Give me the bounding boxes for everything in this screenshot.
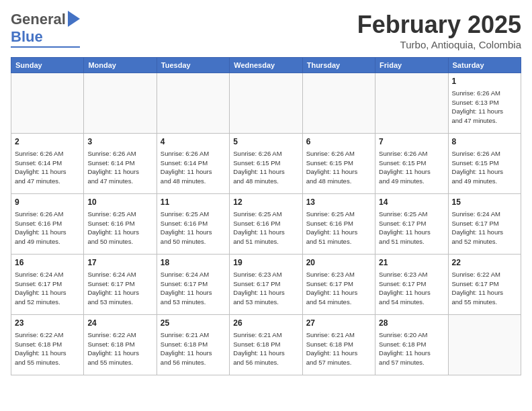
day-info: Sunrise: 6:21 AM Sunset: 6:18 PM Dayligh… [161, 330, 226, 367]
calendar-cell: 20Sunrise: 6:23 AM Sunset: 6:17 PM Dayli… [302, 255, 375, 315]
day-number: 11 [161, 197, 226, 208]
day-number: 6 [306, 136, 371, 148]
day-number: 5 [233, 136, 298, 148]
day-info: Sunrise: 6:26 AM Sunset: 6:13 PM Dayligh… [452, 89, 517, 126]
day-number: 8 [452, 136, 517, 148]
calendar-cell: 11Sunrise: 6:25 AM Sunset: 6:16 PM Dayli… [157, 194, 229, 255]
title-block: February 2025 Turbo, Antioquia, Colombia [357, 11, 521, 50]
calendar-cell [230, 73, 302, 134]
day-info: Sunrise: 6:24 AM Sunset: 6:17 PM Dayligh… [15, 270, 80, 307]
calendar-cell: 21Sunrise: 6:23 AM Sunset: 6:17 PM Dayli… [375, 255, 448, 315]
calendar-cell [375, 73, 448, 134]
weekday-header-tuesday: Tuesday [157, 58, 229, 73]
week-row-2: 2Sunrise: 6:26 AM Sunset: 6:14 PM Daylig… [11, 134, 521, 194]
calendar-cell: 5Sunrise: 6:26 AM Sunset: 6:15 PM Daylig… [230, 134, 302, 194]
calendar-cell: 23Sunrise: 6:22 AM Sunset: 6:18 PM Dayli… [11, 315, 84, 375]
day-number: 14 [379, 197, 444, 208]
calendar-cell: 15Sunrise: 6:24 AM Sunset: 6:17 PM Dayli… [448, 194, 521, 255]
week-row-4: 16Sunrise: 6:24 AM Sunset: 6:17 PM Dayli… [11, 255, 521, 315]
calendar-cell: 3Sunrise: 6:26 AM Sunset: 6:14 PM Daylig… [84, 134, 157, 194]
calendar-cell: 19Sunrise: 6:23 AM Sunset: 6:17 PM Dayli… [230, 255, 302, 315]
day-number: 13 [306, 197, 371, 208]
weekday-header-thursday: Thursday [302, 58, 375, 73]
calendar-cell [302, 73, 375, 134]
day-info: Sunrise: 6:25 AM Sunset: 6:16 PM Dayligh… [87, 210, 152, 246]
calendar-cell: 16Sunrise: 6:24 AM Sunset: 6:17 PM Dayli… [11, 255, 84, 315]
day-number: 12 [233, 197, 298, 208]
calendar-cell: 18Sunrise: 6:24 AM Sunset: 6:17 PM Dayli… [157, 255, 229, 315]
day-info: Sunrise: 6:22 AM Sunset: 6:18 PM Dayligh… [15, 330, 80, 367]
calendar-cell: 22Sunrise: 6:22 AM Sunset: 6:17 PM Dayli… [448, 255, 521, 315]
calendar-cell: 25Sunrise: 6:21 AM Sunset: 6:18 PM Dayli… [157, 315, 229, 375]
logo-general: General [11, 11, 66, 28]
day-number: 4 [161, 136, 226, 148]
day-info: Sunrise: 6:26 AM Sunset: 6:15 PM Dayligh… [233, 149, 298, 186]
day-info: Sunrise: 6:26 AM Sunset: 6:15 PM Dayligh… [379, 149, 444, 186]
page-header: General Blue February 2025 Turbo, Antioq… [11, 11, 521, 50]
calendar-cell: 13Sunrise: 6:25 AM Sunset: 6:16 PM Dayli… [302, 194, 375, 255]
calendar-cell: 9Sunrise: 6:26 AM Sunset: 6:16 PM Daylig… [11, 194, 84, 255]
logo: General Blue [11, 11, 80, 48]
calendar-table: SundayMondayTuesdayWednesdayThursdayFrid… [11, 57, 521, 375]
day-number: 3 [87, 136, 152, 148]
day-number: 24 [87, 318, 152, 329]
day-info: Sunrise: 6:26 AM Sunset: 6:14 PM Dayligh… [87, 149, 152, 186]
calendar-cell: 6Sunrise: 6:26 AM Sunset: 6:15 PM Daylig… [302, 134, 375, 194]
weekday-header-row: SundayMondayTuesdayWednesdayThursdayFrid… [11, 58, 521, 73]
calendar-cell [84, 73, 157, 134]
weekday-header-saturday: Saturday [448, 58, 521, 73]
day-number: 17 [87, 257, 152, 269]
day-number: 9 [15, 197, 80, 208]
day-number: 10 [87, 197, 152, 208]
day-number: 26 [233, 318, 298, 329]
week-row-3: 9Sunrise: 6:26 AM Sunset: 6:16 PM Daylig… [11, 194, 521, 255]
day-info: Sunrise: 6:26 AM Sunset: 6:14 PM Dayligh… [15, 149, 80, 186]
calendar-cell: 7Sunrise: 6:26 AM Sunset: 6:15 PM Daylig… [375, 134, 448, 194]
calendar-cell: 8Sunrise: 6:26 AM Sunset: 6:15 PM Daylig… [448, 134, 521, 194]
logo-triangle-icon [68, 11, 80, 27]
day-number: 27 [306, 318, 371, 329]
week-row-1: 1Sunrise: 6:26 AM Sunset: 6:13 PM Daylig… [11, 73, 521, 134]
day-info: Sunrise: 6:25 AM Sunset: 6:17 PM Dayligh… [379, 210, 444, 246]
day-number: 1 [452, 76, 517, 87]
logo-underline [11, 46, 80, 48]
calendar-cell [157, 73, 229, 134]
month-title: February 2025 [357, 11, 521, 39]
day-info: Sunrise: 6:24 AM Sunset: 6:17 PM Dayligh… [452, 210, 517, 246]
day-info: Sunrise: 6:22 AM Sunset: 6:17 PM Dayligh… [452, 270, 517, 307]
day-info: Sunrise: 6:24 AM Sunset: 6:17 PM Dayligh… [161, 270, 226, 307]
weekday-header-friday: Friday [375, 58, 448, 73]
day-info: Sunrise: 6:26 AM Sunset: 6:15 PM Dayligh… [452, 149, 517, 186]
day-info: Sunrise: 6:23 AM Sunset: 6:17 PM Dayligh… [379, 270, 444, 307]
calendar-cell: 28Sunrise: 6:20 AM Sunset: 6:18 PM Dayli… [375, 315, 448, 375]
day-number: 16 [15, 257, 80, 269]
day-number: 15 [452, 197, 517, 208]
calendar-cell: 12Sunrise: 6:25 AM Sunset: 6:16 PM Dayli… [230, 194, 302, 255]
day-number: 21 [379, 257, 444, 269]
day-number: 23 [15, 318, 80, 329]
calendar-cell: 14Sunrise: 6:25 AM Sunset: 6:17 PM Dayli… [375, 194, 448, 255]
day-number: 19 [233, 257, 298, 269]
calendar-cell: 24Sunrise: 6:22 AM Sunset: 6:18 PM Dayli… [84, 315, 157, 375]
day-info: Sunrise: 6:21 AM Sunset: 6:18 PM Dayligh… [233, 330, 298, 367]
weekday-header-sunday: Sunday [11, 58, 84, 73]
day-number: 20 [306, 257, 371, 269]
day-info: Sunrise: 6:23 AM Sunset: 6:17 PM Dayligh… [233, 270, 298, 307]
calendar-cell: 26Sunrise: 6:21 AM Sunset: 6:18 PM Dayli… [230, 315, 302, 375]
day-number: 28 [379, 318, 444, 329]
calendar-cell: 1Sunrise: 6:26 AM Sunset: 6:13 PM Daylig… [448, 73, 521, 134]
weekday-header-wednesday: Wednesday [230, 58, 302, 73]
day-info: Sunrise: 6:25 AM Sunset: 6:16 PM Dayligh… [233, 210, 298, 246]
day-info: Sunrise: 6:26 AM Sunset: 6:16 PM Dayligh… [15, 210, 80, 246]
day-info: Sunrise: 6:20 AM Sunset: 6:18 PM Dayligh… [379, 330, 444, 367]
location-title: Turbo, Antioquia, Colombia [357, 39, 521, 50]
logo-blue: Blue [11, 28, 43, 46]
day-info: Sunrise: 6:22 AM Sunset: 6:18 PM Dayligh… [87, 330, 152, 367]
day-number: 7 [379, 136, 444, 148]
calendar-cell: 17Sunrise: 6:24 AM Sunset: 6:17 PM Dayli… [84, 255, 157, 315]
calendar-cell [11, 73, 84, 134]
day-info: Sunrise: 6:23 AM Sunset: 6:17 PM Dayligh… [306, 270, 371, 307]
day-info: Sunrise: 6:24 AM Sunset: 6:17 PM Dayligh… [87, 270, 152, 307]
calendar-cell: 27Sunrise: 6:21 AM Sunset: 6:18 PM Dayli… [302, 315, 375, 375]
day-info: Sunrise: 6:25 AM Sunset: 6:16 PM Dayligh… [161, 210, 226, 246]
